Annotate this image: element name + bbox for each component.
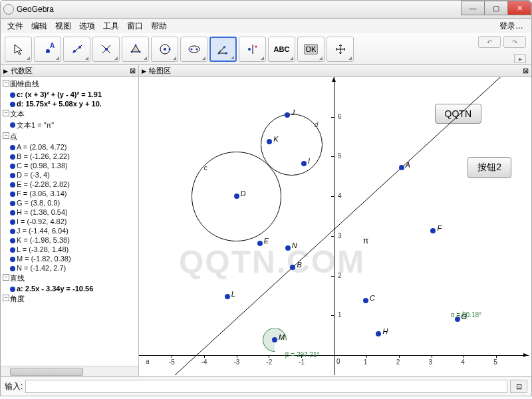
input-bar: 输入: ⊡ [0, 376, 532, 396]
algebra-item-d[interactable]: d: 15.75x² + 5.08x y + 10. [1, 99, 138, 108]
tool-point[interactable]: A [34, 37, 61, 62]
point-G[interactable]: G [455, 317, 460, 322]
menu-edit[interactable]: 编辑 [27, 19, 51, 33]
algebra-item-H[interactable]: H = (1.38, 0.54) [1, 207, 138, 217]
algebra-item-M[interactable]: M = (-1.82, 0.38) [1, 254, 138, 263]
graphics-close-icon[interactable]: ⊠ [523, 66, 529, 75]
menu-file[interactable]: 文件 [3, 19, 27, 33]
svg-point-23 [255, 45, 257, 47]
algebra-item-G[interactable]: G = (3.8, 0.9) [1, 198, 138, 207]
minimize-button[interactable]: — [461, 1, 485, 15]
tool-conic[interactable] [180, 37, 207, 62]
main-area: ▶ 代数区 ⊠ 圆锥曲线c: (x + 3)² + (y - 4)² = 1.9… [0, 65, 532, 376]
algebra-scrollbar[interactable] [1, 366, 138, 376]
point-K[interactable]: K [267, 139, 272, 144]
category-conics[interactable]: 圆锥曲线 [1, 78, 138, 90]
tool-angle[interactable] [209, 37, 237, 62]
algebra-item-D[interactable]: D = (-3, 4) [1, 170, 138, 180]
algebra-item-I[interactable]: I = (-0.92, 4.82) [1, 217, 138, 226]
point-D[interactable]: D [234, 194, 239, 199]
tool-line[interactable] [63, 37, 90, 62]
tool-slider[interactable]: OK [297, 37, 325, 62]
algebra-item-t1[interactable]: 文本1 = "π" [1, 120, 138, 131]
graphics-panel: ▶ 绘图区 ⊠ QQTN.COM QQTN 按钮2 -5-4-3-2-11234… [139, 65, 531, 376]
point-I[interactable]: I [301, 161, 307, 166]
svg-point-9 [134, 44, 136, 46]
algebra-item-E[interactable]: E = (-2.28, 2.82) [1, 180, 138, 189]
category-points[interactable]: 点 [1, 131, 138, 142]
algebra-title: 代数区 [11, 66, 33, 76]
point-H[interactable]: H [376, 331, 381, 336]
algebra-item-N[interactable]: N = (-1.42, 2.7) [1, 263, 138, 273]
svg-point-14 [168, 48, 170, 50]
text-pi[interactable]: π [363, 236, 368, 245]
graphics-title: 绘图区 [149, 66, 171, 76]
line-label-a: a [146, 358, 150, 365]
svg-point-0 [46, 49, 50, 53]
menubar: 文件 编辑 视图 选项 工具 窗口 帮助 登录… [0, 19, 532, 33]
collapse-icon: ▶ [142, 68, 146, 74]
svg-text:A: A [50, 43, 55, 49]
algebra-item-B[interactable]: B = (-1.26, 2.22) [1, 152, 138, 161]
graphics-panel-header[interactable]: ▶ 绘图区 ⊠ [139, 65, 531, 77]
algebra-item-C[interactable]: C = (0.98, 1.38) [1, 161, 138, 170]
toolbar-help-button[interactable]: ▸ [514, 54, 526, 63]
svg-point-19 [225, 52, 227, 54]
algebra-item-A[interactable]: A = (2.08, 4.72) [1, 142, 138, 152]
point-F[interactable]: F [430, 228, 436, 233]
category-lines[interactable]: 直线 [1, 273, 138, 284]
point-N[interactable]: N [285, 245, 291, 251]
algebra-item-K[interactable]: K = (-1.98, 5.38) [1, 235, 138, 245]
algebra-item-a[interactable]: a: 2.5x - 3.34y = -10.56 [1, 284, 138, 293]
point-B[interactable]: B [290, 265, 295, 270]
svg-point-22 [248, 48, 251, 51]
menu-view[interactable]: 视图 [51, 19, 75, 33]
point-M[interactable]: M [272, 337, 277, 342]
plot-area[interactable]: QQTN.COM QQTN 按钮2 -5-4-3-2-1123451234560… [139, 77, 531, 376]
point-L[interactable]: L [225, 294, 230, 299]
svg-point-4 [78, 46, 81, 49]
circle-d[interactable] [261, 114, 323, 176]
algebra-item-L[interactable]: L = (-3.28, 1.48) [1, 245, 138, 254]
point-C[interactable]: C [363, 298, 368, 303]
input-field[interactable] [25, 380, 507, 393]
tool-text[interactable]: ABC [268, 37, 295, 62]
tool-perpendicular[interactable] [92, 37, 120, 62]
redo-button[interactable]: ↷ [503, 36, 526, 48]
algebra-panel: ▶ 代数区 ⊠ 圆锥曲线c: (x + 3)² + (y - 4)² = 1.9… [1, 65, 139, 376]
point-J[interactable]: J [285, 112, 290, 118]
symbol-button[interactable]: ⊡ [510, 380, 527, 393]
svg-point-10 [138, 51, 140, 53]
point-A[interactable]: A [399, 165, 404, 170]
tool-reflect[interactable] [239, 37, 266, 62]
menu-options[interactable]: 选项 [75, 19, 99, 33]
category-angles[interactable]: 角度 [1, 293, 138, 305]
category-text[interactable]: 文本 [1, 108, 138, 120]
svg-point-18 [217, 52, 219, 54]
svg-point-17 [196, 48, 198, 50]
menu-help[interactable]: 帮助 [147, 19, 171, 33]
window-title: GeoGebra [17, 5, 54, 14]
algebra-item-F[interactable]: F = (3.06, 3.14) [1, 189, 138, 198]
tool-pan[interactable] [327, 37, 354, 62]
menu-tools[interactable]: 工具 [99, 19, 123, 33]
svg-point-13 [164, 48, 166, 51]
menu-window[interactable]: 窗口 [123, 19, 147, 33]
maximize-button[interactable]: ▢ [484, 1, 508, 15]
point-E[interactable]: E [257, 241, 263, 246]
algebra-close-icon[interactable]: ⊠ [130, 66, 136, 75]
login-link[interactable]: 登录… [499, 21, 529, 32]
svg-point-11 [130, 51, 132, 53]
app-icon [3, 4, 14, 15]
svg-point-20 [223, 46, 225, 48]
undo-button[interactable]: ↶ [478, 36, 501, 48]
algebra-panel-header[interactable]: ▶ 代数区 ⊠ [1, 65, 138, 77]
tool-circle[interactable] [151, 37, 178, 62]
algebra-item-J[interactable]: J = (-1.44, 6.04) [1, 226, 138, 235]
tool-move[interactable] [5, 37, 32, 62]
tool-polygon[interactable] [122, 37, 149, 62]
svg-point-3 [73, 50, 76, 53]
close-button[interactable]: ✕ [507, 1, 531, 15]
svg-line-24 [139, 77, 529, 375]
algebra-item-c[interactable]: c: (x + 3)² + (y - 4)² = 1.91 [1, 90, 138, 99]
